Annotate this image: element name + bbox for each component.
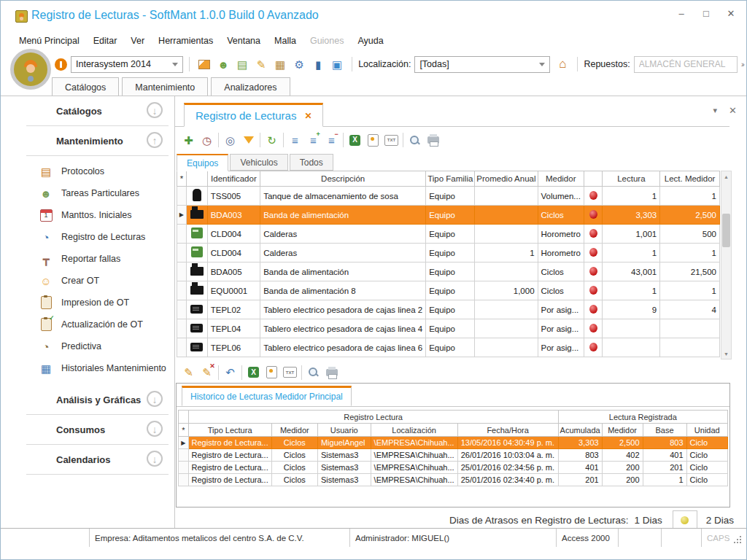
cell-usuario[interactable]: MiguelAngel (317, 437, 371, 449)
sidebar-item-historiales-mantenimiento[interactable]: ▦Historiales Mantenimiento (1, 357, 174, 379)
cell-descripcion[interactable]: Banda de alimentación (260, 262, 426, 281)
cell-tipo-familia[interactable]: Equipo (426, 300, 475, 319)
cell-acumulada[interactable]: 401 (558, 462, 602, 474)
cell-lectura[interactable]: 3,303 (603, 206, 660, 225)
cell-fecha-hora[interactable]: 13/05/2016 04:30:49 p. m. (457, 437, 558, 449)
cell-medidor[interactable]: Ciclos (538, 262, 584, 281)
tab-mantenimiento[interactable]: Mantenimiento (122, 77, 208, 96)
table-row[interactable]: Registro de Lectura...CiclosSistemas3\EM… (179, 449, 728, 462)
maximize-icon[interactable]: □ (701, 8, 711, 19)
cell-lectura[interactable]: 9 (603, 300, 660, 319)
columns-button[interactable]: ▮ (309, 56, 327, 72)
cell-identificador[interactable]: BDA003 (207, 206, 260, 225)
repuestos-field[interactable] (634, 56, 738, 73)
column-header-fecha-hora-5[interactable]: Fecha/Hora (457, 424, 558, 437)
warning-icon[interactable] (55, 58, 67, 71)
sidebar-item-actualizacion-de-ot[interactable]: ✓Actualización de OT (1, 314, 174, 335)
table-row[interactable]: TSS005Tanque de almacenamiento de sosaEq… (177, 187, 720, 206)
cell-lect-medidor[interactable] (660, 338, 720, 357)
cell-tipo-lectura[interactable]: Registro de Lectura... (188, 462, 271, 474)
cell-status[interactable] (584, 206, 603, 225)
close-icon[interactable]: ✕ (726, 8, 736, 19)
tree-button[interactable]: ≡ (286, 132, 304, 149)
cell-medidor[interactable]: Ciclos (271, 437, 317, 449)
cell-promedio-anual[interactable] (475, 300, 538, 319)
cell-localizacion[interactable]: \EMPRESA\Chihuah... (371, 437, 457, 449)
cell-lectura[interactable]: 1,001 (603, 225, 660, 244)
scroll-up-icon[interactable]: ▲ (721, 171, 731, 182)
cell-promedio-anual[interactable]: 1,000 (475, 281, 538, 300)
resize-grip[interactable] (734, 534, 743, 543)
column-header-medidor-2[interactable]: Medidor (271, 424, 317, 437)
cell-medidor[interactable]: Horometro (538, 244, 584, 262)
sidebar-group-analisis-y-graficas[interactable]: Análisis y Gráficas↓ (1, 385, 174, 414)
cell-tipo-familia[interactable]: Equipo (426, 187, 475, 206)
table-row[interactable]: EQU0001Banda de alimentación 8Equipo1,00… (177, 281, 720, 300)
calculator-button[interactable]: ▦ (271, 56, 289, 72)
cell-medidor-registrado[interactable]: 200 (602, 462, 643, 474)
cell-promedio-anual[interactable] (475, 262, 538, 281)
sidebar-group-calendarios[interactable]: Calendarios↓ (1, 445, 174, 474)
cell-descripcion[interactable]: Banda de alimentación 8 (260, 281, 426, 300)
cell-unidad[interactable]: Ciclo (686, 449, 727, 462)
sidebar-item-tareas-particulares[interactable]: ☻Tareas Particulares (1, 182, 174, 204)
tab-close-icon[interactable]: ✕ (304, 111, 311, 121)
user-avatar[interactable] (10, 49, 51, 90)
clock-button[interactable]: ◷ (198, 132, 216, 149)
cell-tipo-lectura[interactable]: Registro de Lectura... (188, 437, 271, 449)
cell-identificador[interactable]: TEPL06 (207, 338, 260, 357)
cell-identificador[interactable]: BDA005 (207, 262, 260, 281)
hand-edit-button[interactable]: ✎ (252, 56, 270, 72)
cell-tipo-lectura[interactable]: Registro de Lectura... (188, 449, 271, 462)
cell-acumulada[interactable]: 803 (558, 449, 602, 462)
edit-button[interactable]: ✎ (179, 364, 198, 381)
cell-lect-medidor[interactable]: 1 (660, 281, 720, 300)
sidebar-item-manttos-iniciales[interactable]: 1Manttos. Iniciales (1, 204, 174, 226)
cell-tipo-lectura[interactable]: Registro de Lectura... (188, 474, 271, 486)
refresh-button[interactable]: ↻ (263, 132, 281, 149)
cell-status[interactable] (584, 262, 603, 281)
cell-lectura[interactable]: 1 (603, 281, 660, 300)
sidebar-item-protocolos[interactable]: ▤Protocolos (1, 160, 174, 182)
profile-combobox[interactable]: Interasystem 2014 (71, 56, 183, 73)
cell-lect-medidor[interactable]: 21,500 (660, 262, 720, 281)
column-header-lect-medidor[interactable]: Lect. Medidor (660, 171, 720, 187)
cell-status[interactable] (584, 187, 603, 206)
picture-button[interactable] (196, 56, 213, 72)
cell-lect-medidor[interactable] (660, 319, 720, 338)
cell-promedio-anual[interactable] (475, 319, 538, 338)
cell-identificador[interactable]: TSS005 (207, 187, 260, 206)
column-header-identificador[interactable]: Identificador (207, 171, 260, 187)
column-header-medidor[interactable]: Medidor (538, 171, 584, 187)
menu-ayuda[interactable]: Ayuda (357, 36, 383, 46)
cell-fecha-hora[interactable]: 25/01/2016 02:34:56 p. m. (457, 462, 558, 474)
menu-malla[interactable]: Malla (274, 36, 296, 46)
cell-usuario[interactable]: Sistemas3 (317, 462, 371, 474)
cell-medidor[interactable]: Ciclos (538, 206, 584, 225)
cell-promedio-anual[interactable]: 1 (475, 244, 538, 262)
monitor-gear-button[interactable]: ⚙ (290, 56, 308, 72)
history-tab[interactable]: Historico de Lecturas Medidor Principal (182, 386, 352, 406)
table-row[interactable]: CLD004CalderasEquipo1Horometro11 (177, 244, 720, 262)
column-header-acumulada-6[interactable]: Acumulada (558, 424, 602, 437)
cell-equipment-icon[interactable] (186, 281, 207, 300)
table-row[interactable]: CLD004CalderasEquipoHorometro1,001500 (177, 225, 720, 244)
cell-medidor[interactable]: Ciclos (271, 474, 317, 486)
undo-button[interactable]: ↶ (221, 364, 239, 381)
table-row[interactable]: ▶Registro de Lectura...CiclosMiguelAngel… (179, 437, 728, 449)
scroll-down-icon[interactable]: ▼ (721, 349, 731, 359)
cell-equipment-icon[interactable] (186, 225, 207, 244)
cell-descripcion[interactable]: Calderas (260, 244, 426, 262)
cell-tipo-familia[interactable]: Equipo (426, 206, 475, 225)
cell-base[interactable]: 1 (643, 474, 686, 486)
table-row[interactable]: Registro de Lectura...CiclosSistemas3\EM… (179, 474, 728, 486)
cell-unidad[interactable]: Ciclo (686, 437, 727, 449)
cell-lect-medidor[interactable]: 1 (660, 187, 720, 206)
column-header-descripcion[interactable]: Descripción (260, 171, 426, 187)
cell-descripcion[interactable]: Tablero electrico pesadora de cajas line… (260, 319, 426, 338)
table-row[interactable]: ▶BDA003Banda de alimentaciónEquipoCiclos… (177, 206, 720, 225)
cell-unidad[interactable]: Ciclo (686, 474, 727, 486)
minimize-icon[interactable]: – (676, 8, 686, 19)
column-header-[interactable]: * (177, 171, 187, 187)
menu-herramientas[interactable]: Herramientas (158, 36, 213, 46)
